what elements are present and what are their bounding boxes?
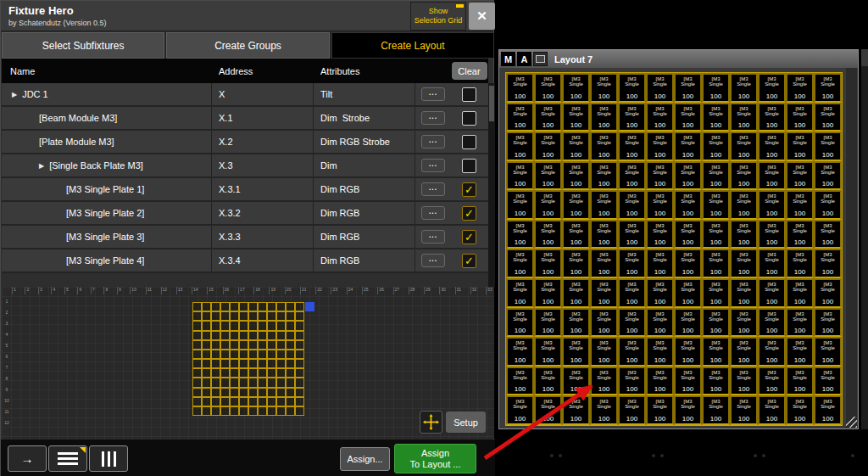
layout-fixture-cell[interactable]: [M3 Single100 <box>646 220 674 249</box>
selection-grid-cell[interactable] <box>276 359 286 368</box>
layout-fixture-cell[interactable]: [M3 Single100 <box>730 367 758 396</box>
expander-icon[interactable]: ▶ <box>12 91 17 98</box>
layout-fixture-cell[interactable]: [M3 Single100 <box>702 73 730 103</box>
layout-fixture-cell[interactable]: [M3 Single100 <box>534 337 562 367</box>
table-row[interactable]: ▶ JDC 1 X Tilt ... <box>2 83 488 107</box>
layout-fixture-cell[interactable]: [M3 Single100 <box>590 103 618 132</box>
table-row[interactable]: [M3 Single Plate 1] X.3.1 Dim RGB ... ✓ <box>2 178 488 202</box>
layout-fixture-cell[interactable]: [M3 Single100 <box>590 132 618 161</box>
selection-grid-cell[interactable] <box>230 340 239 350</box>
layout-fixture-cell[interactable]: [M3 Single100 <box>534 278 562 308</box>
layout-fixture-cell[interactable]: [M3 Single100 <box>506 395 534 425</box>
layout-fixture-cell[interactable]: [M3 Single100 <box>562 308 590 338</box>
selection-grid-cell[interactable] <box>267 406 276 416</box>
selection-grid-cell[interactable] <box>276 302 286 311</box>
selection-grid-cell[interactable] <box>192 368 202 378</box>
layout-fixture-cell[interactable]: [M3 Single100 <box>590 190 618 220</box>
layout-fixture-cell[interactable]: [M3 Single100 <box>786 132 814 161</box>
assign-to-layout-button[interactable]: Assign To Layout ... <box>394 444 476 473</box>
layout-fixture-cell[interactable]: [M3 Single100 <box>674 249 702 278</box>
layout-fixture-cell[interactable]: [M3 Single100 <box>646 367 674 396</box>
layout-fixture-cell[interactable]: [M3 Single100 <box>562 249 590 278</box>
layout-fixture-cell[interactable]: [M3 Single100 <box>730 395 758 425</box>
assign-button[interactable]: Assign... <box>340 447 390 471</box>
dialog-titlebar[interactable]: Fixture Hero by Schatendutz (Version 0.5… <box>1 1 493 31</box>
layout-fixture-cell[interactable]: [M3 Single100 <box>674 278 702 308</box>
selection-grid-cell[interactable] <box>192 388 202 397</box>
selection-grid-cell[interactable] <box>211 302 220 311</box>
selection-grid-cell[interactable] <box>239 311 248 321</box>
layout-fixture-cell[interactable]: [M3 Single100 <box>618 367 646 396</box>
layout-fixture-cell[interactable]: [M3 Single100 <box>758 367 786 396</box>
selection-grid-cell[interactable] <box>248 388 258 397</box>
selection-grid-cell[interactable] <box>192 359 202 368</box>
layout-fixture-cell[interactable]: [M3 Single100 <box>786 278 814 308</box>
layout-fixture-cell[interactable]: [M3 Single100 <box>506 367 534 396</box>
selection-grid-cell[interactable] <box>211 331 220 340</box>
selection-grid-cell[interactable] <box>267 378 276 387</box>
selection-grid-cell[interactable] <box>220 350 230 359</box>
layout-fixture-cell[interactable]: [M3 Single100 <box>702 220 730 249</box>
selection-grid-cell[interactable] <box>202 302 211 311</box>
selection-grid-cell[interactable] <box>258 350 267 359</box>
layout-fixture-cell[interactable]: [M3 Single100 <box>758 103 786 132</box>
selection-grid-cell[interactable] <box>295 406 304 416</box>
selection-grid-cell[interactable] <box>276 378 286 387</box>
more-button[interactable]: ... <box>421 111 445 125</box>
layout-fixture-cell[interactable]: [M3 Single100 <box>618 337 646 367</box>
layout-titlebar[interactable]: M A Layout 7 <box>499 50 858 68</box>
selection-grid-cell[interactable] <box>220 397 230 406</box>
selection-grid-cell[interactable] <box>230 302 239 311</box>
selection-grid-cell[interactable] <box>258 359 267 368</box>
layout-fixture-cell[interactable]: [M3 Single100 <box>506 103 534 132</box>
layout-fixture-cell[interactable]: [M3 Single100 <box>730 132 758 161</box>
layout-fixture-cell[interactable]: [M3 Single100 <box>506 190 534 220</box>
layout-fixture-cell[interactable]: [M3 Single100 <box>646 190 674 220</box>
layout-fixture-cell[interactable]: [M3 Single100 <box>814 308 842 338</box>
layout-fixture-cell[interactable]: [M3 Single100 <box>646 278 674 308</box>
layout-fixture-cell[interactable]: [M3 Single100 <box>646 73 674 103</box>
layout-fixture-cell[interactable]: [M3 Single100 <box>618 308 646 338</box>
selection-grid-cell[interactable] <box>267 321 276 330</box>
layout-fixture-cell[interactable]: [M3 Single100 <box>534 103 562 132</box>
row-checkbox[interactable]: ✓ <box>462 230 476 244</box>
layout-fixture-cell[interactable]: [M3 Single100 <box>674 395 702 425</box>
selection-grid-cell[interactable] <box>267 340 276 350</box>
layout-fixture-cell[interactable]: [M3 Single100 <box>590 308 618 338</box>
row-checkbox[interactable] <box>462 111 476 126</box>
selection-grid-cell[interactable] <box>295 368 304 378</box>
layout-fixture-cell[interactable]: [M3 Single100 <box>730 161 758 191</box>
layout-fixture-cell[interactable]: [M3 Single100 <box>730 220 758 249</box>
layout-fixture-cell[interactable]: [M3 Single100 <box>786 161 814 191</box>
selection-grid-cell[interactable] <box>286 350 295 359</box>
selection-grid-cell[interactable] <box>295 378 304 387</box>
selection-grid-cell[interactable] <box>258 368 267 378</box>
layout-fixture-cell[interactable]: [M3 Single100 <box>590 367 618 396</box>
selection-grid-cell[interactable] <box>230 388 239 397</box>
layout-fixture-cell[interactable]: [M3 Single100 <box>758 132 786 161</box>
layout-fixture-cell[interactable]: [M3 Single100 <box>730 308 758 338</box>
selection-grid-cell[interactable] <box>286 331 295 340</box>
layout-fixture-cell[interactable]: [M3 Single100 <box>534 132 562 161</box>
selection-grid-cell[interactable] <box>286 406 295 416</box>
selection-grid-cell[interactable] <box>220 388 230 397</box>
selection-grid-cell[interactable] <box>248 378 258 387</box>
selection-grid-cell[interactable] <box>267 368 276 378</box>
layout-fixture-cell[interactable]: [M3 Single100 <box>618 103 646 132</box>
close-button[interactable]: ✕ <box>469 3 495 30</box>
layout-fixture-cell[interactable]: [M3 Single100 <box>590 73 618 103</box>
layout-fixture-cell[interactable]: [M3 Single100 <box>646 308 674 338</box>
selection-grid-cell[interactable] <box>248 340 258 350</box>
layout-fixture-cell[interactable]: [M3 Single100 <box>730 190 758 220</box>
selection-grid-cell[interactable] <box>267 397 276 406</box>
layout-fixture-cell[interactable]: [M3 Single100 <box>618 190 646 220</box>
selection-grid-cell[interactable] <box>276 406 286 416</box>
layout-fixture-cell[interactable]: [M3 Single100 <box>702 308 730 338</box>
layout-fixture-cell[interactable]: [M3 Single100 <box>618 132 646 161</box>
row-checkbox[interactable]: ✓ <box>462 254 476 268</box>
layout-fixture-cell[interactable]: [M3 Single100 <box>730 103 758 132</box>
selection-grid-cell[interactable] <box>267 302 276 311</box>
layout-fixture-cell[interactable]: [M3 Single100 <box>534 220 562 249</box>
layout-fixture-cell[interactable]: [M3 Single100 <box>702 249 730 278</box>
more-button[interactable]: ... <box>421 135 445 148</box>
